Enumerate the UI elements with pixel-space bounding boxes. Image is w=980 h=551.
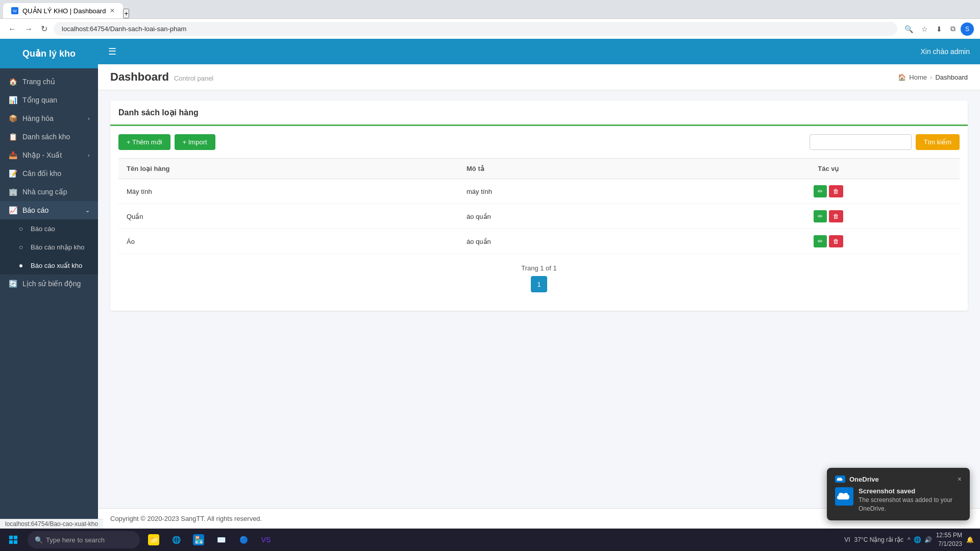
sidebar-brand: Quản lý kho bbox=[0, 39, 98, 68]
windows-start-button[interactable] bbox=[2, 529, 24, 551]
onedrive-cloud-large-icon bbox=[835, 487, 853, 506]
delete-button[interactable]: 🗑 bbox=[829, 235, 843, 247]
content-body: Danh sách loại hàng + Thêm mới + Import … bbox=[98, 90, 980, 508]
sidebar-item-label: Cân đối kho bbox=[22, 169, 61, 178]
cell-description: áo quần bbox=[458, 229, 697, 254]
table-row: Áo áo quần ✏ 🗑 bbox=[118, 229, 960, 254]
edit-button[interactable]: ✏ bbox=[814, 235, 827, 247]
search-button[interactable]: Tìm kiếm bbox=[916, 134, 960, 150]
notification-close-button[interactable]: × bbox=[958, 475, 962, 483]
sidebar-item-bao-cao-sub[interactable]: ○ Báo cáo bbox=[0, 219, 98, 238]
taskbar-notification-button[interactable]: 🔔 bbox=[966, 536, 974, 543]
card-title: Danh sách loại hàng bbox=[118, 108, 199, 117]
box-icon: 📦 bbox=[8, 114, 17, 122]
delete-button[interactable]: 🗑 bbox=[829, 210, 843, 222]
taskbar-clock: 12:55 PM 7/1/2023 bbox=[936, 531, 962, 548]
table-row: Máy tính máy tính ✏ 🗑 bbox=[118, 179, 960, 204]
edit-button[interactable]: ✏ bbox=[814, 210, 827, 222]
add-new-button[interactable]: + Thêm mới bbox=[118, 134, 170, 150]
products-table: Tên loại hàng Mô tả Tác vụ Máy tính máy … bbox=[118, 158, 960, 254]
tray-expand-icon[interactable]: ^ bbox=[908, 536, 911, 543]
notification-title: Screenshot saved bbox=[859, 487, 962, 495]
sidebar-item-tong-quan[interactable]: 📊 Tổng quan bbox=[0, 91, 98, 109]
notification-app-name: OneDrive bbox=[835, 475, 879, 483]
status-url: localhost:64754/Bao-cao-xuat-kho bbox=[5, 520, 98, 528]
chevron-down-icon: ⌄ bbox=[85, 207, 90, 214]
sidebar-item-label: Nhà cung cấp bbox=[22, 188, 67, 196]
chart-icon: 📊 bbox=[8, 96, 17, 104]
onedrive-cloud-icon bbox=[836, 477, 844, 482]
sidebar-item-label: Lịch sử biến động bbox=[22, 280, 81, 288]
extension-button[interactable]: ⧉ bbox=[947, 22, 959, 35]
taskbar-search-box[interactable]: 🔍 Type here to search bbox=[28, 531, 140, 548]
file-explorer-icon: 📁 bbox=[148, 534, 159, 545]
volume-icon: 🔊 bbox=[924, 536, 932, 543]
page-1-button[interactable]: 1 bbox=[531, 276, 547, 292]
breadcrumb-home[interactable]: Home bbox=[909, 73, 927, 81]
svg-rect-3 bbox=[14, 540, 17, 544]
sidebar-item-hang-hoa[interactable]: 📦 Hàng hóa ‹ bbox=[0, 109, 98, 128]
download-button[interactable]: ⬇ bbox=[933, 23, 945, 35]
sidebar-menu: 🏠 Trang chủ 📊 Tổng quan 📦 Hàng hóa ‹ 📋 D… bbox=[0, 68, 98, 529]
edge-icon: 🌐 bbox=[170, 534, 182, 545]
browser-chrome: W QUẢN LÝ KHO | Dashboard ✕ + ← → ↻ 🔍 ☆ … bbox=[0, 0, 980, 39]
chevron-right-icon: ‹ bbox=[88, 115, 90, 121]
tab-close-button[interactable]: ✕ bbox=[110, 7, 115, 14]
search-icon: 🔍 bbox=[35, 536, 43, 544]
sidebar-item-label: Danh sách kho bbox=[22, 133, 70, 141]
sidebar-item-label: Báo cáo bbox=[31, 225, 55, 233]
taskbar-app-edge[interactable]: 🌐 bbox=[165, 529, 187, 551]
sidebar-item-nha-cung-cap[interactable]: 🏢 Nhà cung cấp bbox=[0, 183, 98, 201]
back-button[interactable]: ← bbox=[6, 22, 18, 36]
address-bar: ← → ↻ 🔍 ☆ ⬇ ⧉ S bbox=[0, 18, 980, 39]
sidebar-submenu-bao-cao: ○ Báo cáo ○ Báo cáo nhập kho ● Báo cáo x… bbox=[0, 219, 98, 274]
zoom-button[interactable]: 🔍 bbox=[901, 23, 916, 35]
circle-icon: ○ bbox=[16, 243, 26, 251]
table-wrapper: Tên loại hàng Mô tả Tác vụ Máy tính máy … bbox=[118, 158, 960, 254]
profile-button[interactable]: S bbox=[961, 22, 974, 36]
sidebar-item-can-doi-kho[interactable]: 📝 Cân đối kho bbox=[0, 164, 98, 183]
sidebar-item-bao-cao[interactable]: 📈 Báo cáo ⌄ bbox=[0, 201, 98, 219]
sidebar-item-bao-cao-nhap-kho[interactable]: ○ Báo cáo nhập kho bbox=[0, 238, 98, 256]
sidebar-item-lich-su-bien-dong[interactable]: 🔄 Lịch sử biến động bbox=[0, 274, 98, 293]
edit-button[interactable]: ✏ bbox=[814, 185, 827, 197]
delete-button[interactable]: 🗑 bbox=[829, 185, 843, 197]
chrome-icon: 🔵 bbox=[238, 534, 249, 545]
svg-rect-1 bbox=[14, 536, 17, 539]
col-header-name: Tên loại hàng bbox=[118, 159, 458, 179]
supplier-icon: 🏢 bbox=[8, 188, 17, 196]
tab-favicon: W bbox=[11, 7, 18, 14]
taskbar-app-mail[interactable]: ✉️ bbox=[210, 529, 232, 551]
cell-actions: ✏ 🗑 bbox=[697, 229, 960, 254]
taskbar-apps: 📁 🌐 🏪 ✉️ 🔵 VS bbox=[143, 529, 277, 551]
notification-content: Screenshot saved The screenshot was adde… bbox=[835, 487, 962, 513]
taskbar-app-store[interactable]: 🏪 bbox=[188, 529, 209, 551]
active-tab[interactable]: W QUẢN LÝ KHO | Dashboard ✕ bbox=[3, 3, 123, 18]
search-input[interactable] bbox=[810, 134, 912, 150]
hamburger-button[interactable]: ☰ bbox=[108, 46, 116, 57]
page-info: Trang 1 of 1 bbox=[521, 264, 557, 272]
taskbar-app-chrome[interactable]: 🔵 bbox=[233, 529, 254, 551]
sidebar-item-nhap-xuat[interactable]: 📥 Nhập - Xuất ‹ bbox=[0, 146, 98, 164]
taskbar-time-value: 12:55 PM bbox=[936, 531, 962, 540]
taskbar-app-vs[interactable]: VS bbox=[255, 529, 277, 551]
history-icon: 🔄 bbox=[8, 280, 17, 288]
welcome-text: Xin chào admin bbox=[920, 47, 970, 56]
sidebar-item-trang-chu[interactable]: 🏠 Trang chủ bbox=[0, 72, 98, 91]
reload-button[interactable]: ↻ bbox=[39, 22, 50, 36]
breadcrumb: 🏠 Home › Dashboard bbox=[898, 73, 968, 81]
cell-actions: ✏ 🗑 bbox=[697, 204, 960, 229]
import-button[interactable]: + Import bbox=[175, 134, 215, 150]
taskbar-app-explorer[interactable]: 📁 bbox=[143, 529, 164, 551]
network-icon: 🌐 bbox=[914, 536, 921, 543]
toolbar: + Thêm mới + Import Tìm kiếm bbox=[118, 134, 960, 150]
sidebar-item-danh-sach-kho[interactable]: 📋 Danh sách kho bbox=[0, 128, 98, 146]
forward-button[interactable]: → bbox=[22, 22, 35, 36]
sidebar-item-bao-cao-xuat-kho[interactable]: ● Báo cáo xuất kho bbox=[0, 256, 98, 274]
mail-icon: ✉️ bbox=[215, 534, 227, 545]
taskbar-tray-icons: ^ 🌐 🔊 bbox=[908, 536, 932, 543]
circle-icon: ○ bbox=[16, 224, 26, 233]
new-tab-button[interactable]: + bbox=[123, 9, 129, 18]
bookmark-button[interactable]: ☆ bbox=[918, 23, 931, 35]
url-input[interactable] bbox=[54, 22, 897, 36]
